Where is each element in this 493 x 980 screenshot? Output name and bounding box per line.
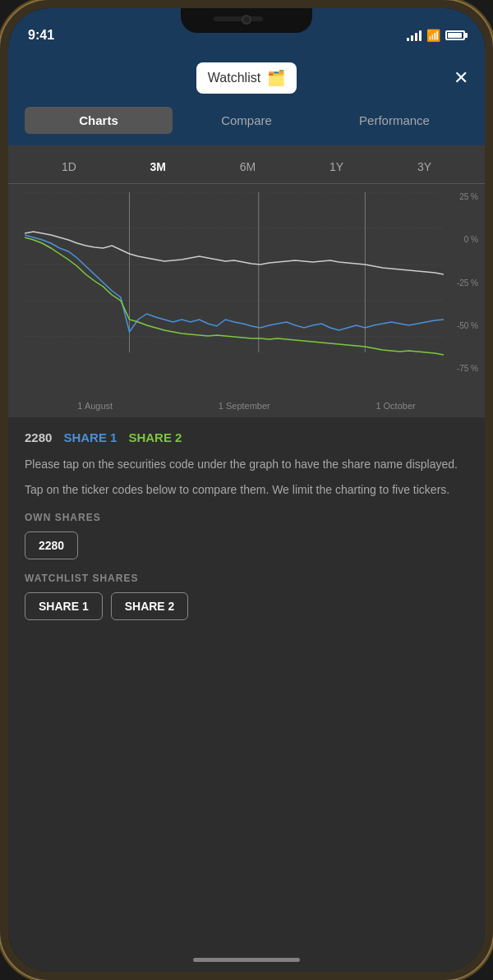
y-label-25: 25 % [457,192,478,201]
wifi-icon: 📶 [426,29,440,42]
notch [181,8,312,33]
own-shares-chips: 2280 [25,531,468,559]
tab-bar: Charts Compare Performance [8,107,485,145]
x-label-august: 1 August [77,401,113,411]
own-shares-label: OWN SHARES [25,512,468,523]
watchlist-icon: 🗂️ [267,69,285,87]
chart-container: 25 % 0 % -25 % -50 % -75 % [8,184,485,398]
time-btn-1d[interactable]: 1D [55,159,83,175]
time-btn-3y[interactable]: 3Y [411,159,438,175]
time-selector: 1D 3M 6M 1Y 3Y [8,155,485,184]
watchlist-share-1[interactable]: SHARE 1 [25,592,103,620]
x-label-september: 1 September [219,401,270,411]
header: Watchlist 🗂️ ✕ [8,49,485,107]
watchlist-shares-chips: SHARE 1 SHARE 2 [25,592,468,620]
tab-performance[interactable]: Performance [320,107,468,134]
time-btn-6m[interactable]: 6M [233,159,262,175]
status-icons: 📶 [407,29,465,42]
watchlist-label: Watchlist [208,71,260,85]
y-label-n50: -50 % [457,321,478,330]
phone-frame: 9:41 📶 Watchlist 🗂️ ✕ Charts [0,0,493,980]
time-btn-1y[interactable]: 1Y [323,159,350,175]
watchlist-share-2[interactable]: SHARE 2 [111,592,189,620]
y-label-0: 0 % [457,235,478,244]
chart-section: 1D 3M 6M 1Y 3Y 25 % 0 % -25 % -50 % -75 … [8,145,485,417]
chart-svg [25,192,444,373]
close-button[interactable]: ✕ [454,67,468,89]
x-axis-labels: 1 August 1 September 1 October [8,398,485,417]
legend-share2[interactable]: SHARE 2 [128,430,182,444]
own-share-2280[interactable]: 2280 [25,531,78,559]
y-label-n25: -25 % [457,278,478,288]
speaker [214,16,263,21]
status-time: 9:41 [28,28,54,43]
camera [242,15,251,25]
time-btn-3m[interactable]: 3M [144,159,173,175]
app-content: Watchlist 🗂️ ✕ Charts Compare Performanc… [8,49,485,972]
y-label-n75: -75 % [457,364,478,373]
tab-charts[interactable]: Charts [25,107,173,134]
info-text-1: Please tap on the securities code under … [25,456,468,473]
y-axis-labels: 25 % 0 % -25 % -50 % -75 % [457,192,478,373]
home-indicator [193,958,300,962]
watchlist-shares-label: WATCHLIST SHARES [25,573,468,584]
watchlist-button[interactable]: Watchlist 🗂️ [196,62,297,94]
info-section: 2280 SHARE 1 SHARE 2 Please tap on the s… [8,417,485,633]
info-text-2: Tap on the ticker codes below to compare… [25,481,468,499]
battery-icon [445,30,465,40]
legend-row: 2280 SHARE 1 SHARE 2 [25,430,468,444]
legend-share1[interactable]: SHARE 1 [63,430,117,444]
signal-icon [407,30,422,41]
x-label-october: 1 October [376,401,415,411]
tab-compare[interactable]: Compare [173,107,320,134]
legend-2280[interactable]: 2280 [25,430,52,444]
